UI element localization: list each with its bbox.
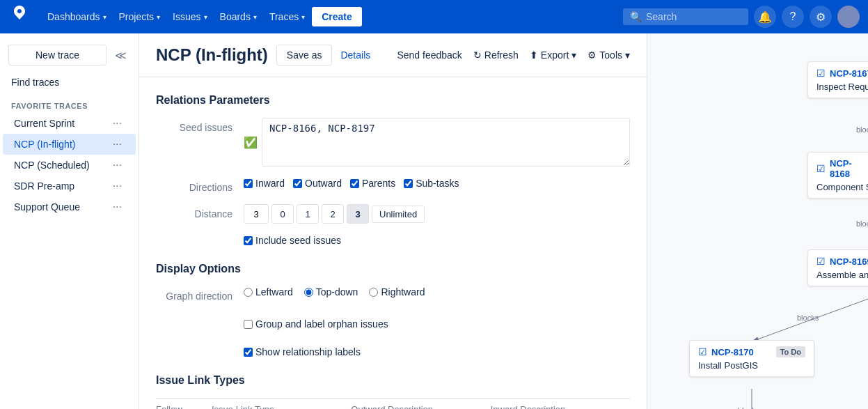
page-header: NCP (In-flight) Save as Details Send fee… bbox=[139, 33, 647, 77]
sidebar-item-find-traces[interactable]: Find traces bbox=[0, 71, 139, 93]
refresh-icon: ↻ bbox=[473, 49, 482, 61]
nav-issues[interactable]: Issues ▾ bbox=[167, 8, 212, 25]
notifications-icon[interactable]: 🔔 bbox=[754, 6, 776, 28]
distance-input[interactable] bbox=[244, 204, 269, 224]
search-icon: 🔍 bbox=[630, 11, 642, 22]
display-options-section: Display Options Graph direction Leftward… bbox=[156, 263, 630, 357]
help-icon[interactable]: ? bbox=[782, 6, 804, 28]
form-panel: Relations Parameters Seed issues ✅ NCP-8… bbox=[139, 77, 647, 409]
direction-rightward[interactable]: Rightward bbox=[369, 286, 425, 298]
node-title: Component Selection bbox=[816, 182, 868, 192]
node-id[interactable]: NCP-8169 bbox=[830, 256, 868, 267]
settings-icon[interactable]: ⚙ bbox=[810, 6, 832, 28]
chevron-down-icon: ▾ bbox=[103, 13, 106, 21]
sidebar-section-favorite: FAVORITE TRACES bbox=[0, 93, 139, 113]
directions-label: Directions bbox=[156, 178, 232, 193]
distance-unlimited-button[interactable]: Unlimited bbox=[372, 206, 425, 223]
header-actions: Send feedback ↻ Refresh ⬆ Export ▾ ⚙ Too… bbox=[397, 49, 630, 61]
show-relationship-checkbox[interactable]: Show relationship labels bbox=[244, 346, 361, 357]
new-trace-area: New trace ≪ bbox=[8, 45, 130, 65]
distance-2-button[interactable]: 2 bbox=[322, 204, 344, 224]
node-id[interactable]: NCP-8167 bbox=[830, 68, 868, 79]
export-button[interactable]: ⬆ Export ▾ bbox=[530, 49, 576, 61]
right-panel: ☑ NCP-8167 Done Inspect Request ☑ NCP-81… bbox=[647, 33, 868, 409]
sidebar-item-ncp-scheduled[interactable]: NCP (Scheduled) ··· bbox=[3, 155, 136, 176]
nav-projects[interactable]: Projects ▾ bbox=[113, 8, 166, 25]
node-title: Inspect Request bbox=[816, 82, 868, 92]
more-icon[interactable]: ··· bbox=[110, 201, 125, 213]
edge-label: blocks bbox=[738, 406, 759, 410]
sidebar-item-sdr-preamp[interactable]: SDR Pre-amp ··· bbox=[3, 176, 136, 196]
more-icon[interactable]: ··· bbox=[110, 138, 125, 151]
seed-issues-label: Seed issues bbox=[156, 118, 232, 133]
create-button[interactable]: Create bbox=[312, 7, 362, 26]
group-orphan-checkbox[interactable]: Group and label orphan issues bbox=[244, 318, 388, 330]
direction-inward[interactable]: Inward bbox=[244, 178, 285, 189]
more-icon[interactable]: ··· bbox=[110, 117, 125, 130]
chevron-down-icon: ▾ bbox=[157, 13, 160, 21]
link-table-header: Follow Issue Link Type Outward Descripti… bbox=[156, 398, 630, 409]
sidebar-item-ncp-inflight[interactable]: NCP (In-flight) ··· bbox=[3, 134, 136, 155]
search-bar[interactable]: 🔍 bbox=[623, 8, 748, 25]
more-icon[interactable]: ··· bbox=[110, 159, 125, 171]
collapse-sidebar-button[interactable]: ≪ bbox=[111, 45, 130, 65]
send-feedback-button[interactable]: Send feedback bbox=[397, 49, 461, 61]
save-as-button[interactable]: Save as bbox=[276, 45, 333, 65]
direction-topdown[interactable]: Top-down bbox=[304, 286, 358, 298]
issue-link-title: Issue Link Types bbox=[156, 374, 630, 387]
refresh-button[interactable]: ↻ Refresh bbox=[473, 49, 519, 61]
graph-node-ncp-8169[interactable]: ☑ NCP-8169 To Do Assemble and Test bbox=[807, 249, 868, 286]
details-button[interactable]: Details bbox=[340, 49, 370, 61]
distance-row: Distance 0 1 2 3 Unlimited bbox=[156, 204, 630, 224]
graph-container: ☑ NCP-8167 Done Inspect Request ☑ NCP-81… bbox=[661, 47, 854, 409]
graph-node-ncp-8168[interactable]: ☑ NCP-8168 In Progress Component Selecti… bbox=[807, 152, 868, 199]
direction-leftward[interactable]: Leftward bbox=[244, 286, 293, 298]
direction-subtasks[interactable]: Sub-tasks bbox=[404, 178, 459, 189]
nav-right: 🔍 🔔 ? ⚙ bbox=[623, 6, 860, 28]
nav-items: Dashboards ▾ Projects ▾ Issues ▾ Boards … bbox=[42, 7, 623, 26]
node-title: Assemble and Test bbox=[816, 270, 868, 280]
node-id[interactable]: NCP-8170 bbox=[711, 347, 754, 357]
edge-label: blocks bbox=[856, 219, 868, 228]
include-seed-checkbox[interactable]: Include seed issues bbox=[244, 235, 341, 246]
logo[interactable] bbox=[8, 6, 31, 28]
seed-issues-input[interactable]: NCP-8166, NCP-8197 bbox=[262, 118, 630, 167]
node-id[interactable]: NCP-8168 bbox=[830, 158, 868, 179]
sidebar: New trace ≪ Find traces FAVORITE TRACES … bbox=[0, 33, 139, 409]
show-relationship-row: Show relationship labels bbox=[156, 341, 630, 357]
sidebar-item-current-sprint[interactable]: Current Sprint ··· bbox=[3, 113, 136, 134]
layout: New trace ≪ Find traces FAVORITE TRACES … bbox=[0, 33, 868, 409]
chevron-down-icon: ▾ bbox=[571, 49, 576, 61]
nav-boards[interactable]: Boards ▾ bbox=[214, 8, 262, 25]
export-icon: ⬆ bbox=[530, 49, 538, 61]
checkbox-icon: ☑ bbox=[816, 163, 826, 174]
chevron-down-icon: ▾ bbox=[253, 13, 257, 21]
search-input[interactable] bbox=[646, 11, 729, 22]
checkbox-icon: ☑ bbox=[816, 256, 826, 267]
check-circle-icon: ✅ bbox=[244, 136, 258, 149]
distance-3-button[interactable]: 3 bbox=[347, 204, 369, 224]
sidebar-item-support-queue[interactable]: Support Queue ··· bbox=[3, 196, 136, 217]
distance-1-button[interactable]: 1 bbox=[297, 204, 319, 224]
main-content: NCP (In-flight) Save as Details Send fee… bbox=[139, 33, 868, 409]
distance-label: Distance bbox=[156, 204, 232, 219]
gear-icon: ⚙ bbox=[587, 49, 597, 61]
direction-parents[interactable]: Parents bbox=[350, 178, 395, 189]
avatar[interactable] bbox=[837, 6, 860, 28]
nav-traces[interactable]: Traces ▾ bbox=[264, 8, 310, 25]
top-nav: Dashboards ▾ Projects ▾ Issues ▾ Boards … bbox=[0, 0, 868, 33]
chevron-down-icon: ▾ bbox=[301, 13, 305, 21]
edge-label: blocks bbox=[856, 125, 868, 134]
more-icon[interactable]: ··· bbox=[110, 180, 125, 192]
new-trace-button[interactable]: New trace bbox=[8, 45, 106, 65]
nav-dashboards[interactable]: Dashboards ▾ bbox=[42, 8, 112, 25]
distance-0-button[interactable]: 0 bbox=[271, 204, 294, 224]
graph-direction-label: Graph direction bbox=[156, 286, 232, 302]
checkbox-icon: ☑ bbox=[698, 346, 707, 357]
page-title: NCP (In-flight) bbox=[156, 45, 268, 65]
tools-button[interactable]: ⚙ Tools ▾ bbox=[587, 49, 630, 61]
direction-outward[interactable]: Outward bbox=[293, 178, 342, 189]
graph-node-ncp-8170[interactable]: ☑ NCP-8170 To Do Install PostGIS bbox=[689, 340, 814, 377]
graph-node-ncp-8167[interactable]: ☑ NCP-8167 Done Inspect Request bbox=[807, 61, 868, 98]
include-seed-row: Include seed issues bbox=[156, 235, 630, 246]
